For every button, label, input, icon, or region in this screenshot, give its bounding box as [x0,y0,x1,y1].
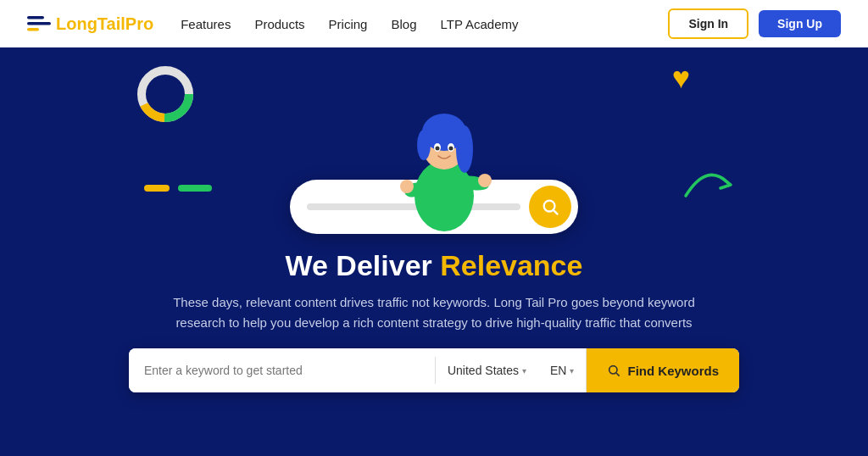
heart-decoration: ♥ [672,60,690,96]
svg-line-24 [616,373,620,376]
find-keywords-button[interactable]: Find Keywords [587,348,739,392]
svg-point-22 [449,147,453,151]
nav-features[interactable]: Features [181,17,231,31]
nav-pricing[interactable]: Pricing [329,17,368,31]
svg-rect-2 [27,28,39,31]
arrow-decoration [682,166,732,200]
keyword-search-bar: United States ▾ EN ▾ Find Keywords [129,348,739,392]
signin-button[interactable]: Sign In [668,8,748,39]
language-selector[interactable]: EN ▾ [538,348,587,392]
svg-point-17 [456,125,473,173]
character-illustration [393,98,495,242]
lang-chevron-icon: ▾ [570,366,574,375]
nav-products[interactable]: Products [254,17,304,31]
dash-yellow [144,185,170,192]
nav-ltp-academy[interactable]: LTP Academy [440,17,518,31]
dash-green [178,185,212,192]
country-chevron-icon: ▾ [522,366,526,375]
keyword-input[interactable] [129,348,435,392]
logo[interactable]: LongTailPro [27,14,153,34]
hero-section: ♥ [0,47,868,456]
hero-title: We Deliver Relevance [171,249,697,282]
country-label: United States [448,364,519,377]
hero-subtitle: These days, relevant content drives traf… [171,292,697,333]
svg-point-6 [148,77,182,111]
hero-text: We Deliver Relevance These days, relevan… [171,249,697,348]
svg-point-18 [417,130,431,160]
svg-point-12 [400,180,414,193]
svg-point-7 [544,201,555,212]
donut-decoration [136,64,195,124]
lang-label: EN [550,364,566,377]
signup-button[interactable]: Sign Up [759,10,841,37]
illustration-area: ♥ [68,47,800,242]
svg-rect-0 [27,16,44,19]
svg-point-13 [478,174,492,187]
find-btn-label: Find Keywords [627,364,719,378]
logo-text: LongTailPro [56,14,153,34]
svg-point-23 [609,366,617,374]
navbar: LongTailPro Features Products Pricing Bl… [0,0,868,47]
logo-icon [27,14,51,33]
nav-links: Features Products Pricing Blog LTP Acade… [181,17,641,31]
svg-point-21 [436,147,440,151]
nav-blog[interactable]: Blog [391,17,416,31]
country-selector[interactable]: United States ▾ [436,348,538,392]
svg-rect-1 [27,22,51,25]
nav-actions: Sign In Sign Up [668,8,841,39]
search-btn-circle [529,186,571,228]
find-search-icon [607,364,620,377]
svg-line-8 [554,210,558,214]
